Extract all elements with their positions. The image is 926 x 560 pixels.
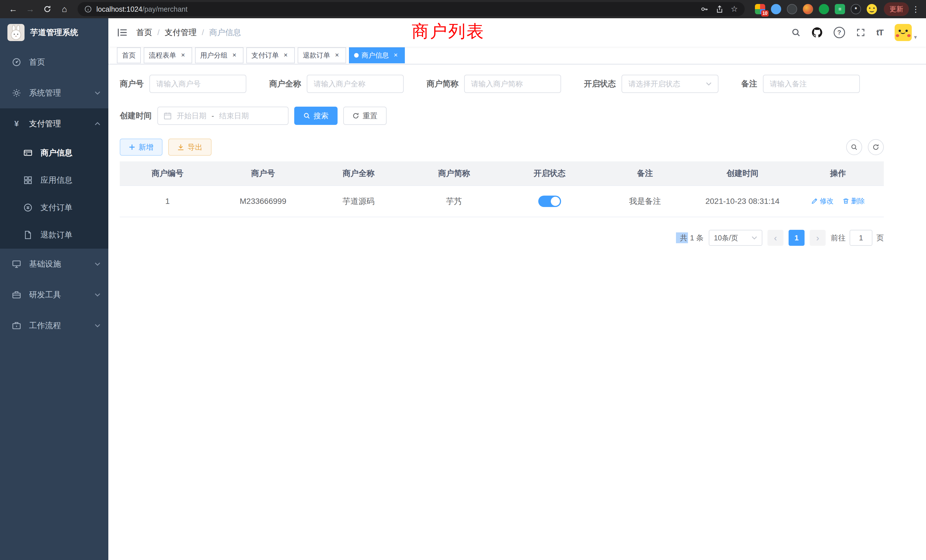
close-icon[interactable]: × (230, 51, 238, 59)
font-size-icon[interactable]: tT (876, 28, 883, 37)
filter-create-time: 创建时间 开始日期 - 结束日期 (120, 107, 289, 125)
merchant-short-input[interactable] (464, 75, 561, 93)
column-header: 商户编号 (120, 161, 215, 186)
browser-reload-icon[interactable] (40, 2, 55, 17)
filter-remark: 备注 (741, 75, 860, 93)
select-placeholder: 请选择开启状态 (628, 79, 706, 89)
order-icon (23, 203, 33, 213)
edit-button[interactable]: 修改 (811, 197, 833, 206)
sidebar-item-payment[interactable]: ¥ 支付管理 (0, 108, 108, 139)
close-icon[interactable]: × (282, 51, 290, 59)
add-button[interactable]: 新增 (120, 139, 162, 156)
extension-icon[interactable] (771, 4, 781, 14)
help-icon[interactable]: ? (834, 27, 845, 38)
tab-pay-order[interactable]: 支付订单× (246, 47, 295, 63)
delete-button[interactable]: 删除 (843, 197, 865, 206)
tab-home[interactable]: 首页 (117, 47, 141, 63)
browser-home-icon[interactable]: ⌂ (57, 2, 72, 17)
github-icon[interactable] (812, 27, 822, 38)
address-bar[interactable]: localhost:1024/pay/merchant ☆ (77, 2, 745, 16)
status-toggle[interactable] (538, 195, 561, 207)
sidebar-item-app-info[interactable]: 应用信息 (0, 166, 108, 194)
gear-icon (11, 88, 22, 98)
extension-icon[interactable] (787, 4, 797, 14)
extension-icon[interactable]: * (851, 4, 861, 14)
field-label: 开启状态 (584, 79, 616, 89)
user-menu[interactable]: ▾ (895, 24, 917, 41)
sidebar-item-home[interactable]: 首页 (0, 47, 108, 77)
export-button[interactable]: 导出 (168, 139, 212, 156)
toggle-search-icon[interactable] (846, 139, 862, 155)
browser-menu-icon[interactable]: ⋮ (911, 5, 920, 14)
browser-forward-icon[interactable]: → (23, 2, 38, 17)
pagination-goto: 前往 页 (831, 230, 884, 246)
tab-process-form[interactable]: 流程表单× (144, 47, 192, 63)
close-icon[interactable]: × (392, 51, 400, 59)
app-logo[interactable]: 芋道管理系统 (0, 18, 108, 47)
sidebar-item-workflow[interactable]: 工作流程 (0, 310, 108, 341)
field-label: 商户简称 (427, 79, 458, 89)
url-host: localhost:1024 (96, 5, 142, 13)
table-header-row: 商户编号 商户号 商户全称 商户简称 开启状态 备注 创建时间 操作 (120, 161, 884, 186)
sidebar-item-label: 系统管理 (29, 88, 95, 98)
status-select[interactable]: 请选择开启状态 (622, 75, 719, 93)
extension-icon[interactable]: 10 (755, 4, 765, 14)
extension-icon[interactable] (819, 4, 829, 14)
sidebar-item-refund-order[interactable]: 退款订单 (0, 221, 108, 249)
extension-icon[interactable]: ≡ (835, 4, 845, 14)
search-button[interactable]: 搜索 (294, 107, 337, 125)
merchant-name-input[interactable] (307, 75, 404, 93)
close-icon[interactable]: × (179, 51, 187, 59)
merchant-no-input[interactable] (150, 75, 246, 93)
sidebar-item-devtools[interactable]: 研发工具 (0, 279, 108, 310)
extension-icon[interactable] (803, 4, 813, 14)
tab-label: 首页 (122, 51, 136, 60)
site-info-icon[interactable] (85, 5, 92, 13)
current-page-button[interactable]: 1 (788, 230, 805, 246)
sidebar-item-merchant-info[interactable]: 商户信息 (0, 139, 108, 166)
prev-page-button[interactable]: ‹ (767, 230, 784, 246)
date-separator: - (212, 112, 214, 120)
browser-back-icon[interactable]: ← (6, 2, 21, 17)
annotation-merchant-list: 商户列表 (412, 20, 485, 43)
bookmark-star-icon[interactable]: ☆ (731, 5, 738, 13)
tab-merchant-info[interactable]: 商户信息× (349, 47, 405, 63)
tab-refund-order[interactable]: 退款订单× (298, 47, 346, 63)
column-header: 备注 (597, 161, 693, 186)
address-bar-actions: ☆ (701, 5, 738, 13)
column-header: 开启状态 (502, 161, 597, 186)
field-label: 商户号 (120, 79, 144, 89)
toolbar-right (846, 139, 884, 155)
search-icon[interactable] (791, 28, 800, 37)
breadcrumb-item[interactable]: 支付管理 (165, 27, 197, 38)
cell-short-name: 芋艿 (406, 186, 502, 217)
sidebar-item-system[interactable]: 系统管理 (0, 77, 108, 108)
reset-button[interactable]: 重置 (343, 107, 387, 125)
date-range-picker[interactable]: 开始日期 - 结束日期 (157, 107, 289, 125)
goto-page-input[interactable] (850, 230, 872, 246)
page-size-select[interactable]: 10条/页 (709, 230, 763, 246)
sidebar-item-infrastructure[interactable]: 基础设施 (0, 249, 108, 279)
refresh-icon[interactable] (868, 139, 884, 155)
remark-input[interactable] (763, 75, 860, 93)
browser-update-button[interactable]: 更新 (884, 2, 909, 16)
add-button-label: 新增 (139, 142, 153, 152)
close-icon[interactable]: × (333, 51, 341, 59)
profile-avatar-icon[interactable] (867, 4, 877, 14)
column-header: 商户号 (215, 161, 311, 186)
page-size-label: 10条/页 (714, 233, 749, 243)
end-date-placeholder: 结束日期 (219, 111, 249, 121)
column-header: 商户简称 (406, 161, 502, 186)
sidebar-toggle-icon[interactable] (118, 28, 127, 37)
breadcrumb-item[interactable]: 首页 (136, 27, 152, 38)
navbar-actions: ? tT ▾ (791, 24, 917, 41)
share-icon[interactable] (716, 5, 723, 13)
tab-user-group[interactable]: 用户分组× (195, 47, 244, 63)
pagination: 共 1 条 10条/页 ‹ 1 › 前往 (120, 230, 884, 246)
next-page-button[interactable]: › (809, 230, 826, 246)
filter-merchant-short: 商户简称 (427, 75, 561, 93)
filter-row-1: 商户号 商户全称 商户简称 开启状态 (120, 75, 884, 93)
fullscreen-icon[interactable] (856, 28, 865, 37)
sidebar-item-pay-order[interactable]: 支付订单 (0, 194, 108, 221)
password-key-icon[interactable] (701, 5, 708, 13)
